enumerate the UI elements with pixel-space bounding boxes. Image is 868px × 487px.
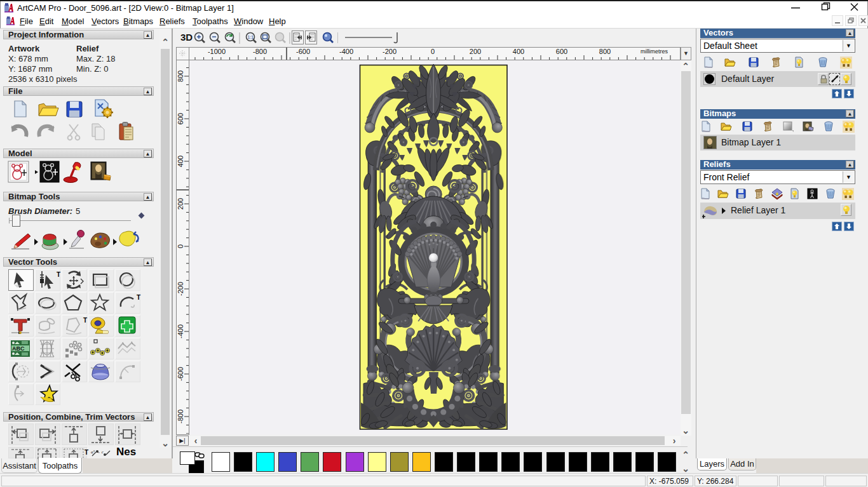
svg-text:200: 200: [470, 48, 481, 55]
svg-text:millimetres: millimetres: [641, 48, 668, 55]
svg-text:-600: -600: [296, 48, 310, 55]
svg-text:600: 600: [177, 113, 184, 124]
svg-text:200: 200: [177, 198, 184, 210]
svg-text:-1000: -1000: [208, 48, 226, 55]
svg-text:-800: -800: [253, 48, 267, 55]
svg-text:800: 800: [599, 48, 611, 55]
svg-text:1:1: 1:1: [248, 35, 254, 39]
svg-text:800: 800: [177, 70, 184, 82]
svg-text:-200: -200: [177, 282, 184, 296]
svg-text:-600: -600: [177, 367, 184, 381]
svg-text:-400: -400: [177, 324, 184, 338]
svg-text:-800: -800: [177, 410, 184, 424]
svg-text:400: 400: [513, 48, 524, 55]
svg-text:600: 600: [556, 48, 567, 55]
svg-text:ABC: ABC: [12, 345, 25, 352]
svg-text:0: 0: [177, 244, 184, 248]
svg-text:-200: -200: [383, 48, 397, 55]
svg-text:0: 0: [431, 48, 435, 55]
svg-text:-400: -400: [339, 48, 353, 55]
svg-text:400: 400: [177, 156, 184, 167]
